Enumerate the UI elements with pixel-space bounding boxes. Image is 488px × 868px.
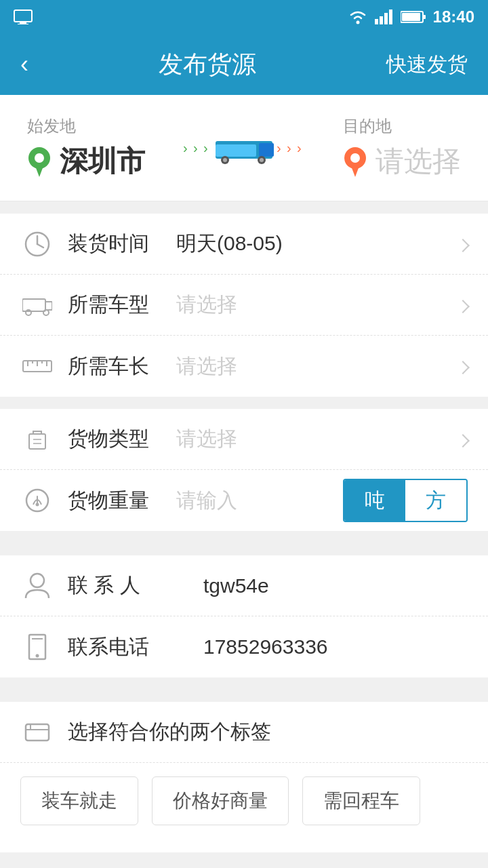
status-right: 18:40: [348, 7, 474, 26]
vehicle-length-row[interactable]: 所需车长 请选择: [0, 336, 488, 397]
destination-pin-icon: [343, 146, 367, 177]
app-header: ‹ 发布货源 快速发货: [0, 34, 488, 95]
destination-label: 目的地: [343, 115, 392, 137]
route-middle: › › › › › ›: [145, 131, 343, 165]
svg-point-50: [36, 654, 39, 658]
clock-time: 18:40: [433, 7, 474, 26]
svg-rect-10: [402, 13, 420, 21]
svg-rect-52: [26, 724, 49, 741]
clock-icon: [20, 227, 54, 261]
loading-time-arrow: [458, 233, 468, 255]
tag-icon: [20, 715, 54, 749]
svg-marker-13: [35, 166, 43, 177]
origin-city: 深圳市: [60, 142, 145, 180]
svg-rect-19: [259, 143, 274, 157]
contact-person-value: tgw54e: [203, 574, 468, 597]
cargo-type-label: 货物类型: [68, 425, 176, 453]
unit-ton-button[interactable]: 吨: [344, 480, 405, 521]
vehicle-type-label: 所需车型: [68, 291, 176, 319]
tags-row: 装车就走 价格好商量 需回程车: [0, 763, 488, 839]
svg-text:›: ›: [287, 140, 291, 155]
origin-point[interactable]: 始发地 深圳市: [27, 115, 145, 180]
svg-point-49: [30, 574, 44, 587]
svg-point-23: [260, 158, 264, 162]
svg-text:›: ›: [203, 140, 208, 155]
svg-rect-0: [14, 10, 32, 22]
status-left: [14, 9, 33, 24]
svg-rect-33: [22, 299, 45, 311]
svg-text:›: ›: [183, 140, 188, 155]
truck-type-icon: [20, 288, 54, 322]
destination-point[interactable]: 目的地 请选择: [343, 115, 461, 180]
phone-icon: [20, 630, 54, 664]
contact-phone-label: 联系电话: [68, 633, 203, 661]
svg-marker-29: [351, 166, 359, 177]
form-section-2: 货物类型 请选择 货物重量 请输入 吨 方: [0, 409, 488, 531]
section-divider-3: [0, 531, 488, 543]
svg-rect-2: [18, 24, 28, 24]
contact-section: 联 系 人 tgw54e 联系电话 17852963336: [0, 555, 488, 677]
svg-rect-5: [380, 16, 383, 24]
form-section-1: 装货时间 明天(08-05) 所需车型 请选择: [0, 214, 488, 397]
tag-item-1[interactable]: 价格好商量: [152, 776, 289, 825]
section-divider-2: [0, 397, 488, 409]
unit-cube-button[interactable]: 方: [405, 480, 466, 521]
quick-ship-button[interactable]: 快速发货: [386, 51, 468, 79]
origin-label: 始发地: [27, 115, 76, 137]
vehicle-type-row[interactable]: 所需车型 请选择: [0, 275, 488, 336]
svg-text:›: ›: [193, 140, 198, 155]
contact-phone-row[interactable]: 联系电话 17852963336: [0, 616, 488, 677]
unit-toggle: 吨 方: [343, 479, 468, 522]
contact-person-label: 联 系 人: [68, 572, 203, 599]
cargo-type-icon: [20, 422, 54, 456]
svg-rect-18: [216, 144, 256, 157]
status-bar: 18:40: [0, 0, 488, 34]
loading-time-row[interactable]: 装货时间 明天(08-05): [0, 214, 488, 275]
tags-section: 选择符合你的两个标签 装车就走 价格好商量 需回程车: [0, 702, 488, 852]
tag-item-0[interactable]: 装车就走: [20, 776, 138, 825]
person-icon: [20, 569, 54, 603]
tag-item-2[interactable]: 需回程车: [302, 776, 420, 825]
section-divider-4: [0, 677, 488, 690]
screen-icon: [14, 9, 33, 24]
wifi-icon: [348, 9, 368, 24]
origin-pin-icon: [27, 146, 52, 177]
svg-rect-6: [384, 13, 388, 24]
tags-header-row: 选择符合你的两个标签: [0, 702, 488, 763]
contact-person-row[interactable]: 联 系 人 tgw54e: [0, 555, 488, 616]
svg-line-32: [37, 244, 43, 248]
vehicle-type-arrow: [458, 294, 468, 316]
weight-icon: [20, 484, 54, 517]
vehicle-length-label: 所需车长: [68, 353, 176, 380]
destination-placeholder: 请选择: [375, 142, 461, 180]
cargo-weight-input[interactable]: 请输入: [176, 487, 336, 515]
page-title: 发布货源: [159, 48, 256, 81]
vehicle-type-placeholder: 请选择: [176, 291, 458, 319]
svg-rect-7: [389, 9, 392, 24]
vehicle-length-arrow: [458, 355, 468, 377]
cargo-weight-label: 货物重量: [68, 487, 176, 515]
svg-point-36: [43, 310, 49, 315]
svg-point-21: [223, 158, 227, 162]
tags-section-label: 选择符合你的两个标签: [68, 718, 271, 746]
vehicle-length-placeholder: 请选择: [176, 353, 458, 380]
route-section: 始发地 深圳市 › › ›: [0, 95, 488, 201]
cargo-type-row[interactable]: 货物类型 请选择: [0, 409, 488, 470]
loading-time-value: 明天(08-05): [176, 230, 458, 258]
svg-rect-34: [45, 302, 52, 310]
back-button[interactable]: ‹: [20, 50, 28, 79]
svg-rect-9: [423, 15, 426, 19]
route-arrows-truck-icon: › › › › › ›: [183, 131, 305, 165]
svg-point-28: [350, 153, 360, 163]
svg-text:›: ›: [277, 140, 281, 155]
svg-text:›: ›: [297, 140, 302, 155]
cargo-type-placeholder: 请选择: [176, 425, 458, 453]
cargo-type-arrow: [458, 429, 468, 450]
cargo-weight-row[interactable]: 货物重量 请输入 吨 方: [0, 470, 488, 531]
signal-icon: [375, 9, 394, 24]
battery-icon: [401, 10, 426, 24]
svg-point-48: [36, 503, 39, 507]
svg-rect-4: [375, 19, 378, 24]
svg-point-12: [35, 153, 44, 163]
svg-rect-43: [29, 434, 45, 449]
